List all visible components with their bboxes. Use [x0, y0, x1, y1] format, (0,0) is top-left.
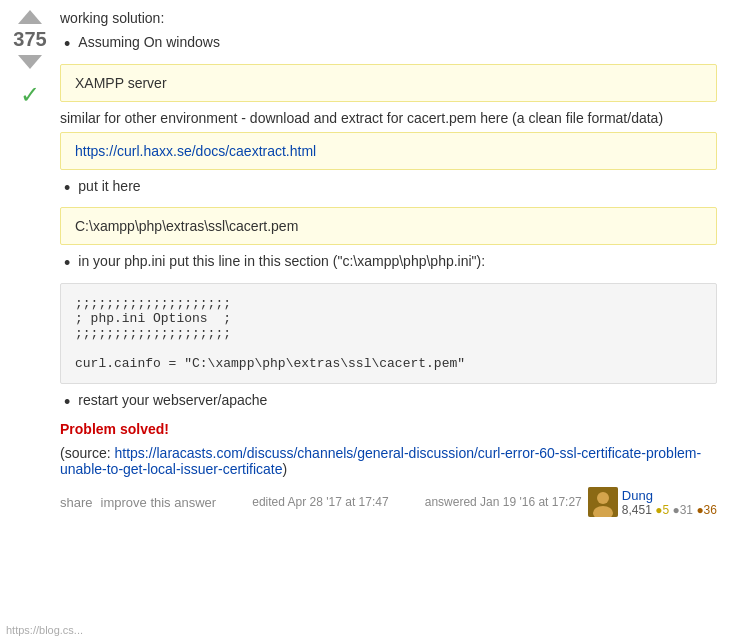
cacert-path-box: C:\xampp\php\extras\ssl\cacert.pem: [60, 207, 717, 245]
gold-badge: ●5: [655, 503, 669, 517]
answer-heading: working solution:: [60, 10, 717, 26]
xampp-box: XAMPP server: [60, 64, 717, 102]
answered-text: answered Jan 19 '16 at 17:27: [425, 495, 582, 509]
user-reputation: 8,451 ●5 ●31 ●36: [622, 503, 717, 517]
share-link[interactable]: share: [60, 495, 93, 510]
source-suffix: ): [283, 461, 288, 477]
user-card: answered Jan 19 '16 at 17:27 Dung 8,451: [425, 487, 717, 517]
bullet-text-1: Assuming On windows: [78, 34, 220, 50]
source-link[interactable]: https://laracasts.com/discuss/channels/g…: [60, 445, 701, 477]
bronze-badge: ●36: [696, 503, 717, 517]
footer-actions: share improve this answer: [60, 495, 216, 510]
user-details: Dung 8,451 ●5 ●31 ●36: [622, 488, 717, 517]
source-line: (source: https://laracasts.com/discuss/c…: [60, 445, 717, 477]
footer-row: share improve this answer edited Apr 28 …: [60, 487, 717, 517]
vote-count: 375: [13, 28, 46, 51]
similar-text: similar for other environment - download…: [60, 110, 717, 126]
bullet-dot: •: [64, 253, 70, 275]
edited-text: edited Apr 28 '17 at 17:47: [252, 495, 388, 509]
vote-up-button[interactable]: [18, 10, 42, 24]
accepted-answer-icon: ✓: [20, 81, 40, 109]
bullet-item: • Assuming On windows: [64, 34, 717, 56]
bullet-item: • in your php.ini put this line in this …: [64, 253, 717, 275]
watermark: https://blog.cs...: [0, 622, 89, 638]
link-box: https://curl.haxx.se/docs/caextract.html: [60, 132, 717, 170]
bullet-item: • restart your webserver/apache: [64, 392, 717, 414]
avatar: [588, 487, 618, 517]
bullet-item: • put it here: [64, 178, 717, 200]
bullet-text-4: restart your webserver/apache: [78, 392, 267, 408]
bullet-dot: •: [64, 34, 70, 56]
bullet-text-3: in your php.ini put this line in this se…: [78, 253, 485, 269]
rep-score: 8,451: [622, 503, 652, 517]
problem-solved-text: Problem solved!: [60, 421, 717, 437]
svg-point-1: [597, 492, 609, 504]
user-info-card: Dung 8,451 ●5 ●31 ●36: [588, 487, 717, 517]
bullet-text-2: put it here: [78, 178, 140, 194]
caextract-link[interactable]: https://curl.haxx.se/docs/caextract.html: [75, 143, 316, 159]
vote-down-button[interactable]: [18, 55, 42, 69]
user-name[interactable]: Dung: [622, 488, 717, 503]
code-block: ;;;;;;;;;;;;;;;;;;;; ; php.ini Options ;…: [60, 283, 717, 384]
source-prefix: (source:: [60, 445, 114, 461]
silver-badge: ●31: [672, 503, 693, 517]
improve-link[interactable]: improve this answer: [101, 495, 217, 510]
bullet-dot: •: [64, 392, 70, 414]
bullet-dot: •: [64, 178, 70, 200]
